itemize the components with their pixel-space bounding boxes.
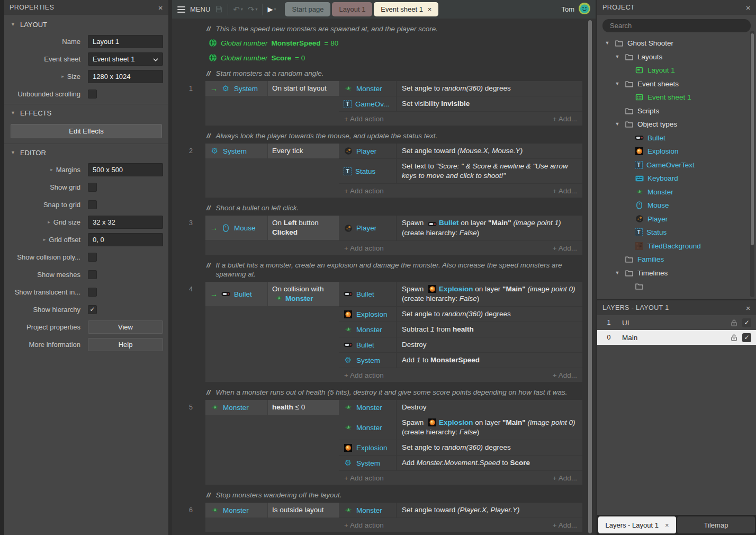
action-row[interactable]: PlayerSet angle toward (Mouse.X, Mouse.Y… [339, 144, 582, 159]
condition-row[interactable]: Monsterhealth ≤ 0 [205, 400, 339, 415]
prop-checkbox-show-meshes[interactable] [88, 270, 97, 279]
tree-item-scripts[interactable]: Scripts [597, 104, 756, 118]
tree-expander-icon[interactable]: ▼ [614, 55, 621, 59]
bottom-tab-tilemap[interactable]: Tilemap [677, 516, 755, 533]
action-object-cell[interactable]: ⚙System [339, 456, 396, 470]
condition-row[interactable]: ⚙SystemEvery tick [205, 144, 339, 158]
action-text-cell[interactable]: Set angle to random(360) degrees [396, 307, 582, 322]
condition-text-cell[interactable]: Every tick [267, 144, 339, 158]
action-object-cell[interactable]: Monster [339, 415, 396, 440]
action-text-cell[interactable]: Set angle to random(360) degrees [396, 81, 582, 96]
tree-item-layout-1[interactable]: Layout 1 [597, 64, 756, 77]
condition-text-cell[interactable]: On Left button Clicked [267, 216, 339, 240]
action-row[interactable]: MonsterSubtract 1 from health [339, 322, 582, 337]
event-number[interactable]: 4 [172, 282, 205, 382]
layer-visibility-checkbox[interactable]: ✓ [742, 318, 751, 327]
condition-row[interactable]: MonsterIs outside layout [205, 503, 339, 518]
global-variable-row[interactable]: Global numberScore= 0 [208, 52, 596, 63]
lock-open-icon[interactable] [731, 334, 737, 342]
close-icon[interactable]: × [746, 304, 751, 312]
tree-item-explosion[interactable]: Explosion [597, 145, 756, 158]
save-button[interactable] [215, 5, 223, 13]
add-action-link[interactable]: + Add action [344, 115, 384, 123]
prop-input-name[interactable]: Layout 1 [88, 35, 163, 48]
action-object-cell[interactable]: Monster [339, 503, 396, 518]
action-row[interactable]: ⚙SystemAdd Monster.Movement.Speed to Sco… [339, 456, 582, 471]
tree-item-bullet[interactable]: Bullet [597, 131, 756, 145]
prop-expander-icon[interactable]: ▸ [43, 237, 46, 242]
action-row[interactable]: TStatusSet text to "Score: " & Score & n… [339, 159, 582, 184]
add-more-link[interactable]: + Add... [553, 474, 577, 482]
edit-effects-button[interactable]: Edit Effects [11, 124, 162, 138]
search-input[interactable] [609, 21, 744, 30]
comment-row[interactable]: //If a bullet hits a monster, create an … [206, 261, 577, 279]
event-number[interactable]: 6 [172, 503, 205, 532]
section-expander-icon[interactable]: ▼ [11, 22, 15, 27]
action-row[interactable]: MonsterDestroy [339, 400, 582, 415]
prop-checkbox-show-hierarchy[interactable]: ✓ [88, 305, 97, 314]
user-info[interactable]: Tom [561, 3, 590, 16]
add-action-link[interactable]: + Add action [344, 371, 384, 379]
prop-input-grid-offset[interactable]: 0, 0 [88, 233, 163, 246]
action-row[interactable]: MonsterSet angle to random(360) degrees [339, 81, 582, 96]
tree-item-keyboard[interactable]: Keyboard [597, 172, 756, 185]
project-scrollbar-thumb[interactable] [751, 33, 754, 245]
tree-item-gameovertext[interactable]: TGameOverText [597, 158, 756, 172]
comment-row[interactable]: //Stop monsters wandering off the layout… [206, 491, 577, 500]
condition-text-cell[interactable]: Is outside layout [267, 503, 339, 518]
action-text-cell[interactable]: Add Monster.Movement.Speed to Score [396, 456, 582, 470]
add-more-link[interactable]: + Add... [553, 371, 577, 379]
condition-object-cell[interactable]: Monster [205, 400, 267, 415]
action-row[interactable]: ExplosionSet angle to random(360) degree… [339, 307, 582, 322]
event-number[interactable]: 3 [172, 216, 205, 255]
prop-checkbox-unbounded-scrolling[interactable] [88, 90, 97, 99]
tab-start-page[interactable]: Start page [285, 2, 330, 16]
tree-expander-icon[interactable]: ▼ [614, 82, 621, 86]
close-icon[interactable]: × [428, 6, 432, 13]
event-number[interactable]: 2 [172, 144, 205, 198]
tree-item-event-sheet-1[interactable]: Event sheet 1 [597, 91, 756, 104]
comment-row[interactable]: //Start monsters at a random angle. [206, 69, 577, 78]
action-object-cell[interactable]: TStatus [339, 159, 396, 183]
action-object-cell[interactable]: TGameOv... [339, 96, 396, 111]
tree-item-player[interactable]: Player [597, 212, 756, 226]
action-row[interactable]: ⚙SystemAdd 1 to MonsterSpeed [339, 353, 582, 368]
tree-expander-icon[interactable]: ▼ [614, 271, 621, 275]
tab-event-sheet-1[interactable]: Event sheet 1× [374, 2, 438, 16]
tree-item-timelines[interactable]: ▼Timelines [597, 266, 756, 280]
layer-visibility-checkbox[interactable]: ✓ [742, 333, 751, 342]
action-object-cell[interactable]: Player [339, 216, 396, 240]
tree-item-mouse[interactable]: Mouse [597, 199, 756, 212]
bottom-tab-layers-layout-1[interactable]: Layers - Layout 1× [598, 516, 676, 533]
action-row[interactable]: MonsterSpawn Explosion on layer "Main" (… [339, 415, 582, 440]
tree-expander-icon[interactable]: ▼ [604, 41, 611, 46]
add-more-link[interactable]: + Add... [553, 187, 577, 195]
add-action-link[interactable]: + Add action [344, 521, 384, 529]
action-object-cell[interactable]: ⚙System [339, 353, 396, 368]
tree-item-layouts[interactable]: ▼Layouts [597, 50, 756, 64]
tree-item-ghost-shooter[interactable]: ▼Ghost Shooter [597, 37, 756, 50]
action-text-cell[interactable]: Set text to "Score: " & Score & newline … [396, 159, 582, 183]
action-object-cell[interactable]: Monster [339, 81, 396, 96]
condition-text-cell[interactable]: On start of layout [267, 81, 339, 96]
condition-object-cell[interactable]: →⚙System [205, 81, 267, 96]
action-text-cell[interactable]: Set visibility Invisible [396, 96, 582, 111]
action-text-cell[interactable]: Add 1 to MonsterSpeed [396, 353, 582, 368]
action-row[interactable]: ExplosionSet angle to random(360) degree… [339, 440, 582, 456]
close-icon[interactable]: × [746, 4, 751, 12]
action-text-cell[interactable]: Spawn Explosion on layer "Main" (image p… [396, 415, 582, 440]
action-text-cell[interactable]: Subtract 1 from health [396, 322, 582, 337]
action-object-cell[interactable]: Monster [339, 322, 396, 337]
condition-object-cell[interactable]: →Bullet [205, 282, 267, 306]
add-more-link[interactable]: + Add... [553, 521, 577, 529]
redo-button[interactable]: ↷ ▾ [248, 5, 258, 13]
close-icon[interactable]: × [665, 521, 669, 529]
tree-expander-icon[interactable]: ▼ [614, 122, 621, 127]
action-text-cell[interactable]: Destroy [396, 400, 582, 415]
action-object-cell[interactable]: Player [339, 144, 396, 158]
event-number[interactable]: 5 [172, 400, 205, 485]
condition-text-cell[interactable]: On collision with Monster [267, 282, 339, 306]
action-object-cell[interactable]: Explosion [339, 440, 396, 455]
event-number[interactable]: 1 [172, 81, 205, 126]
action-row[interactable]: BulletSpawn Explosion on layer "Main" (i… [339, 282, 582, 307]
